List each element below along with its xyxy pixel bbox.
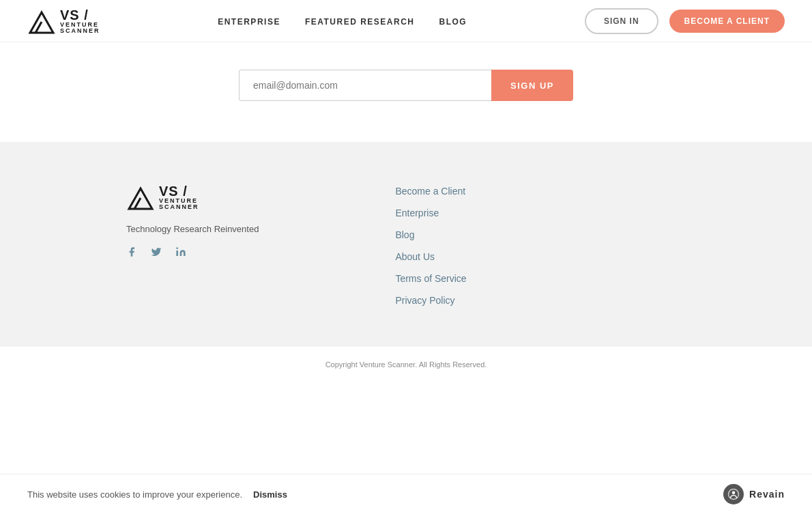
- footer-nav: Become a Client Enterprise Blog About Us…: [395, 183, 466, 306]
- become-client-button[interactable]: BECOME A CLIENT: [669, 10, 785, 33]
- revain-icon: [723, 484, 744, 504]
- footer-logo-sub: VENTURESCANNER: [159, 198, 199, 210]
- svg-point-5: [176, 247, 178, 249]
- logo-text: VS / VENTURESCANNER: [60, 8, 100, 34]
- linkedin-icon[interactable]: [175, 246, 186, 260]
- footer-link-about-us[interactable]: About Us: [395, 251, 466, 262]
- nav-blog[interactable]: BLOG: [439, 17, 467, 27]
- footer-link-enterprise[interactable]: Enterprise: [395, 208, 466, 218]
- nav-enterprise[interactable]: ENTERPRISE: [218, 17, 280, 27]
- signup-form: SIGN UP: [239, 70, 573, 101]
- footer: VS / VENTURESCANNER Technology Research …: [0, 142, 812, 347]
- footer-logo: VS / VENTURESCANNER: [126, 183, 259, 212]
- svg-rect-4: [176, 251, 178, 256]
- footer-left: VS / VENTURESCANNER Technology Research …: [126, 183, 259, 306]
- copyright-text: Copyright Venture Scanner. All Rights Re…: [325, 360, 487, 369]
- nav-featured-research[interactable]: FEATURED RESEARCH: [305, 17, 415, 27]
- logo[interactable]: VS / VENTURESCANNER: [27, 7, 100, 35]
- logo-sub-text: VENTURESCANNER: [60, 22, 100, 34]
- footer-logo-icon: [126, 183, 155, 212]
- footer-link-become-client[interactable]: Become a Client: [395, 186, 466, 197]
- navbar: VS / VENTURESCANNER ENTERPRISE FEATURED …: [0, 0, 812, 42]
- footer-logo-vs: VS /: [159, 184, 199, 198]
- cookie-message: This website uses cookies to improve you…: [27, 489, 242, 500]
- facebook-icon[interactable]: [126, 246, 137, 260]
- footer-link-privacy[interactable]: Privacy Policy: [395, 295, 466, 306]
- social-icons: [126, 246, 259, 260]
- twitter-icon[interactable]: [151, 246, 162, 260]
- logo-vs-text: VS /: [60, 8, 100, 22]
- nav-actions: SIGN IN BECOME A CLIENT: [585, 8, 785, 34]
- email-input[interactable]: [239, 70, 491, 101]
- footer-link-blog[interactable]: Blog: [395, 229, 466, 240]
- footer-inner: VS / VENTURESCANNER Technology Research …: [99, 183, 713, 347]
- svg-point-7: [732, 491, 736, 495]
- cookie-banner: This website uses cookies to improve you…: [0, 474, 812, 514]
- nav-links: ENTERPRISE FEATURED RESEARCH BLOG: [218, 15, 467, 27]
- signup-section: SIGN UP: [0, 42, 812, 142]
- footer-link-terms[interactable]: Terms of Service: [395, 273, 466, 284]
- signin-button[interactable]: SIGN IN: [585, 8, 658, 34]
- cookie-dismiss-button[interactable]: Dismiss: [253, 489, 287, 500]
- signup-button[interactable]: SIGN UP: [491, 70, 573, 101]
- footer-logo-text: VS / VENTURESCANNER: [159, 184, 199, 210]
- logo-icon: [27, 7, 56, 35]
- revain-label: Revain: [749, 489, 785, 500]
- copyright-bar: Copyright Venture Scanner. All Rights Re…: [0, 347, 812, 382]
- revain-widget[interactable]: Revain: [723, 484, 785, 504]
- footer-tagline: Technology Research Reinvented: [126, 224, 259, 234]
